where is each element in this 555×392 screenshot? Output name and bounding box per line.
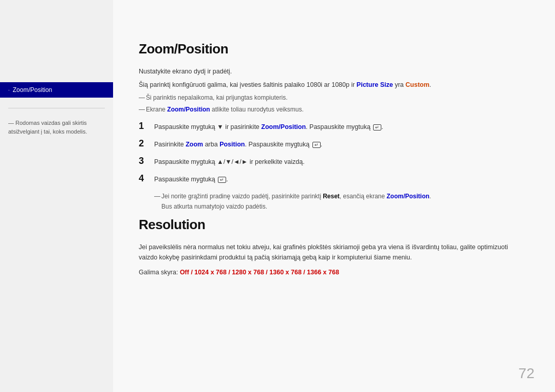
step-1-number: 1 xyxy=(139,121,154,132)
sub-note-bold: Reset xyxy=(323,193,340,200)
resolution-options: Galima skyra: Off / 1024 x 768 / 1280 x … xyxy=(139,267,524,277)
step4-text: Paspauskite mygtuką xyxy=(154,176,217,183)
step-3-text: Paspauskite mygtuką ▲/▼/◄/► ir perkelkit… xyxy=(154,157,524,167)
step2-prefix: Pasirinkite xyxy=(154,141,186,148)
options-prefix: Galima skyra: xyxy=(139,269,180,276)
step-2-number: 2 xyxy=(139,138,154,149)
step-2: 2 Pasirinkite Zoom arba Position. Paspau… xyxy=(139,139,524,150)
main-content: Zoom/Position Nustatykite ekrano dydį ir… xyxy=(139,41,524,361)
step2-link1: Zoom xyxy=(186,141,203,148)
step-3: 3 Paspauskite mygtuką ▲/▼/◄/► ir perkelk… xyxy=(139,157,524,167)
step1-prefix: Paspauskite mygtuką ▼ ir pasirinkite xyxy=(154,123,261,130)
desc2-suffix: . xyxy=(430,81,431,88)
step1-link: Zoom/Position xyxy=(261,123,306,130)
sub-note-suffix: . xyxy=(430,193,431,200)
step-2-text: Pasirinkite Zoom arba Position. Paspausk… xyxy=(154,139,524,150)
sidebar-note: — Rodomas vaizdas gali skirtis atsižvelg… xyxy=(0,119,113,136)
resolution-section: Resolution Jei paveikslėlis nėra normalu… xyxy=(139,217,524,277)
sidebar-item-zoom-position[interactable]: · Zoom/Position xyxy=(0,82,113,98)
resolution-title: Resolution xyxy=(139,217,524,233)
enter-icon-4 xyxy=(218,177,226,183)
sidebar: · Zoom/Position — Rodomas vaizdas gali s… xyxy=(0,0,113,392)
steps-container: 1 Paspauskite mygtuką ▼ ir pasirinkite Z… xyxy=(139,122,524,211)
step-3-number: 3 xyxy=(139,156,154,166)
note-line-1: Ši parinktis nepalaikoma, kai prijungtas… xyxy=(139,93,524,103)
options-values: Off / 1024 x 768 / 1280 x 768 / 1360 x 7… xyxy=(180,269,339,276)
sidebar-item-label: Zoom/Position xyxy=(13,86,52,94)
desc2-bold2: Custom xyxy=(405,81,430,88)
note2-suffix: atlikite toliau nurodytus veiksmus. xyxy=(210,106,304,113)
page-container: · Zoom/Position — Rodomas vaizdas gali s… xyxy=(0,0,555,392)
note2-prefix: Ekrane xyxy=(146,106,167,113)
sub-note-line2: Bus atkurta numatytojo vaizdo padėtis. xyxy=(161,203,267,210)
desc2-mid: yra xyxy=(393,81,405,88)
zoom-section: Zoom/Position Nustatykite ekrano dydį ir… xyxy=(139,41,524,212)
description-2: Šią parinktį konfigūruoti galima, kai įv… xyxy=(139,80,524,90)
sub-note-mid: , esančią ekrane xyxy=(340,193,386,200)
step2-suffix: . Paspauskite mygtuką xyxy=(245,141,311,148)
desc2-prefix: Šią parinktį konfigūruoti galima, kai įv… xyxy=(139,81,357,88)
description-1: Nustatykite ekrano dydį ir padėtį. xyxy=(139,66,524,77)
desc2-bold1: Picture Size xyxy=(357,81,393,88)
step-4-number: 4 xyxy=(139,173,154,184)
note2-link: Zoom/Position xyxy=(167,106,210,113)
sub-note-link: Zoom/Position xyxy=(386,193,429,200)
step-1-text: Paspauskite mygtuką ▼ ir pasirinkite Zoo… xyxy=(154,122,524,132)
sidebar-divider xyxy=(8,108,105,108)
resolution-para1: Jei paveikslėlis nėra normalus net tokiu… xyxy=(139,242,524,263)
step-1: 1 Paspauskite mygtuką ▼ ir pasirinkite Z… xyxy=(139,122,524,132)
step2-mid: arba xyxy=(203,141,219,148)
note-line-2: Ekrane Zoom/Position atlikite toliau nur… xyxy=(139,105,524,115)
sub-note: Jei norite grąžinti pradinę vaizdo padėt… xyxy=(154,192,524,211)
sub-note-prefix: Jei norite grąžinti pradinę vaizdo padėt… xyxy=(161,193,323,200)
bullet-icon: · xyxy=(8,87,10,93)
zoom-section-title: Zoom/Position xyxy=(139,41,524,57)
step1-suffix: . Paspauskite mygtuką xyxy=(306,123,372,130)
step2-link2: Position xyxy=(219,141,245,148)
enter-icon-2 xyxy=(312,142,321,148)
page-number: 72 xyxy=(519,365,534,382)
step-4: 4 Paspauskite mygtuką . xyxy=(139,174,524,184)
enter-icon-1 xyxy=(373,124,381,130)
step-4-text: Paspauskite mygtuką . xyxy=(154,174,524,184)
